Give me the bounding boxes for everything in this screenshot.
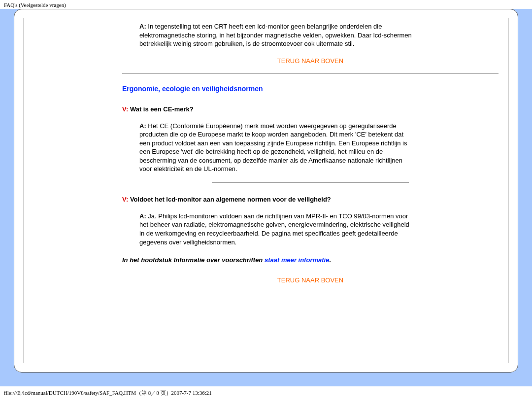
more-info-link[interactable]: staat meer informatie — [265, 256, 330, 264]
question-text-2: Wat is een CE-merk? — [128, 105, 193, 113]
question-text-3: Voldoet het lcd-monitor aan algemene nor… — [128, 196, 331, 203]
footer-path: file:///E|/lcd/manual/DUTCH/190V8/safety… — [0, 386, 532, 400]
short-divider — [212, 182, 409, 183]
note-prefix: In het hoofdstuk Informatie over voorsch… — [122, 256, 265, 264]
question-label: V: — [122, 105, 128, 113]
question-2: V: Wat is een CE-merk? — [122, 105, 499, 113]
answer-label: A: — [139, 23, 146, 30]
note-suffix: . — [329, 256, 331, 264]
divider — [122, 73, 499, 74]
section-heading: Ergonomie, ecologie en veiligheidsnormen — [122, 85, 499, 93]
back-to-top-link[interactable]: TERUG NAAR BOVEN — [122, 57, 499, 65]
answer-label: A: — [139, 212, 146, 220]
question-label: V: — [122, 196, 128, 203]
answer-label: A: — [139, 122, 146, 130]
answer-text-1: In tegenstelling tot een CRT heeft een l… — [139, 23, 412, 47]
page-browser-title: FAQ's (Veelgestelde vragen) — [0, 0, 532, 9]
answer-block-3: A: Ja. Philips lcd-monitoren voldoen aan… — [139, 212, 415, 246]
page-background: A: In tegenstelling tot een CRT heeft ee… — [0, 9, 532, 386]
content-inner: A: In tegenstelling tot een CRT heeft ee… — [23, 18, 509, 363]
content-column: A: In tegenstelling tot een CRT heeft ee… — [122, 18, 499, 284]
content-panel: A: In tegenstelling tot een CRT heeft ee… — [14, 9, 518, 373]
answer-text-2: Het CE (Conformité Européenne) merk moet… — [139, 122, 407, 173]
question-3: V: Voldoet het lcd-monitor aan algemene … — [122, 196, 499, 203]
answer-block-1: A: In tegenstelling tot een CRT heeft ee… — [139, 22, 415, 48]
info-note: In het hoofdstuk Informatie over voorsch… — [122, 256, 499, 264]
back-to-top-link[interactable]: TERUG NAAR BOVEN — [122, 276, 499, 284]
answer-block-2: A: Het CE (Conformité Européenne) merk m… — [139, 122, 415, 173]
answer-text-3: Ja. Philips lcd-monitoren voldoen aan de… — [139, 212, 409, 246]
